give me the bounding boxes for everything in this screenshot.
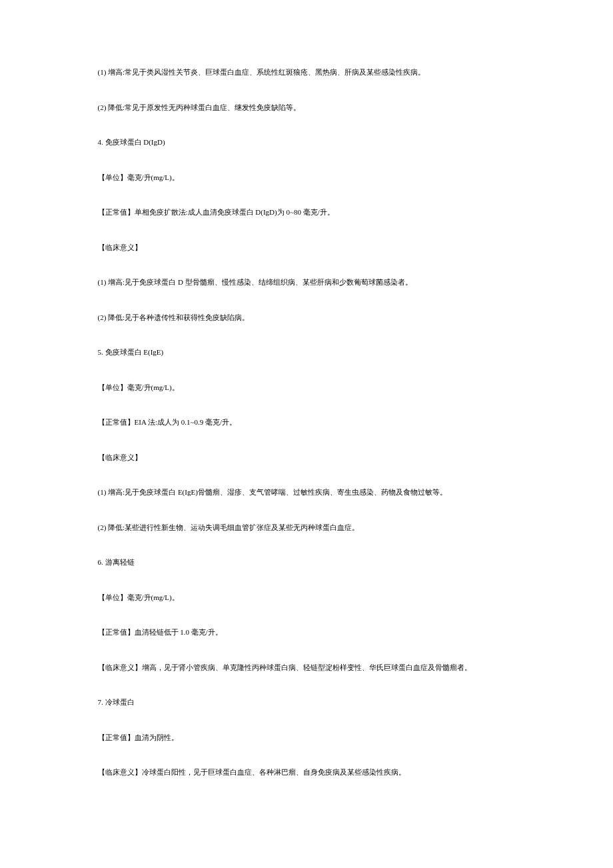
paragraph-item-2-decrease: (2) 降低:常见于原发性无丙种球蛋白血症、继发性免疫缺陷等。	[87, 102, 526, 113]
heading-section-4-igd: 4. 免疫球蛋白 D(IgD)	[87, 137, 526, 148]
paragraph-clinical-significance-cold-globulin: 【临床意义】冷球蛋白阳性，见于巨球蛋白血症、各种淋巴瘤、自身免疫病及某些感染性疾…	[87, 767, 526, 778]
paragraph-normal-value-ige: 【正常值】EIA 法:成人为 0.1~0.9 毫克/升。	[87, 417, 526, 428]
heading-section-5-ige: 5. 免疫球蛋白 E(IgE)	[87, 347, 526, 358]
paragraph-normal-value-light-chain: 【正常值】血清轻链低于 1.0 毫克/升。	[87, 627, 526, 638]
heading-section-6-free-light-chain: 6. 游离轻链	[87, 557, 526, 568]
paragraph-item-1-increase-ige: (1) 增高:见于免疫球蛋白 E(IgE)骨髓瘤、湿疹、支气管哮喘、过敏性疾病、…	[87, 487, 526, 498]
heading-section-7-cold-globulin: 7. 冷球蛋白	[87, 697, 526, 708]
paragraph-item-1-increase-igd: (1) 增高:见于免疫球蛋白 D 型骨髓瘤、慢性感染、结缔组织病、某些肝病和少数…	[87, 277, 526, 288]
paragraph-item-2-decrease-ige: (2) 降低:某些进行性新生物、运动失调毛细血管扩张症及某些无丙种球蛋白血症。	[87, 522, 526, 533]
paragraph-item-2-decrease-igd: (2) 降低:见于各种遗传性和获得性免疫缺陷病。	[87, 312, 526, 323]
paragraph-unit-igd: 【单位】毫克/升(mg/L)。	[87, 172, 526, 183]
paragraph-normal-value-igd: 【正常值】单相免疫扩散法:成人血清免疫球蛋白 D(IgD)为 0~80 毫克/升…	[87, 207, 526, 218]
paragraph-unit-light-chain: 【单位】毫克/升(mg/L)。	[87, 592, 526, 603]
paragraph-clinical-significance-ige: 【临床意义】	[87, 452, 526, 463]
paragraph-unit-ige: 【单位】毫克/升(mg/L)。	[87, 382, 526, 393]
paragraph-clinical-significance-light-chain: 【临床意义】增高，见于肾小管疾病、单克隆性丙种球蛋白病、轻链型淀粉样变性、华氏巨…	[87, 662, 526, 673]
paragraph-clinical-significance-igd: 【临床意义】	[87, 242, 526, 253]
paragraph-normal-value-cold-globulin: 【正常值】血清为阴性。	[87, 732, 526, 743]
paragraph-item-1-increase: (1) 增高:常见于类风湿性关节炎、巨球蛋白血症、系统性红斑狼疮、黑热病、肝病及…	[87, 67, 526, 78]
